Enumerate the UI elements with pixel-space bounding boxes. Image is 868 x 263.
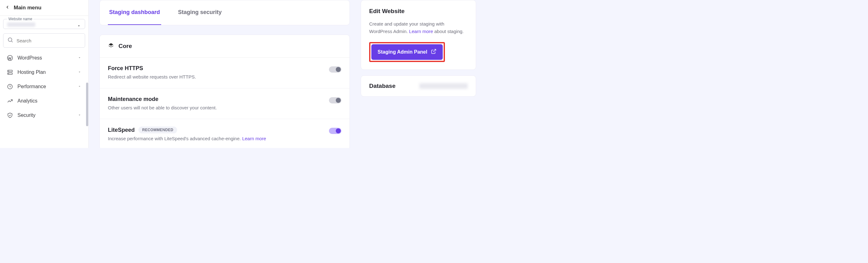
chevron-down-icon <box>78 84 82 90</box>
website-name-value-redacted <box>7 23 35 27</box>
database-title: Database <box>369 83 396 90</box>
database-value-redacted <box>420 83 468 89</box>
core-title: Core <box>119 43 132 50</box>
left-column: Staging dashboard Staging security Core … <box>99 0 350 148</box>
tab-staging-security[interactable]: Staging security <box>177 0 223 25</box>
svg-point-0 <box>8 38 12 41</box>
external-link-icon <box>431 48 436 56</box>
right-column: Edit Website Create and update your stag… <box>361 0 476 148</box>
sidebar-item-label: Performance <box>18 84 46 90</box>
setting-maintenance-mode: Maintenance mode Other users will not be… <box>100 89 349 119</box>
chevron-down-icon <box>78 69 82 75</box>
edit-website-desc: Create and update your staging with Word… <box>369 20 468 35</box>
toggle-litespeed[interactable] <box>329 128 341 134</box>
edit-website-card: Edit Website Create and update your stag… <box>361 0 476 70</box>
sidebar-item-analytics[interactable]: Analytics <box>0 94 88 108</box>
chevron-down-icon <box>77 24 81 29</box>
setting-title: Force HTTPS <box>108 65 196 72</box>
staging-admin-panel-button[interactable]: Staging Admin Panel <box>371 44 443 60</box>
setting-desc: Increase performance with LiteSpeed's ad… <box>108 135 266 142</box>
layers-icon <box>108 42 114 50</box>
setting-force-https: Force HTTPS Redirect all website request… <box>100 58 349 89</box>
sidebar-item-label: Security <box>18 112 35 118</box>
main-content: Staging dashboard Staging security Core … <box>89 0 487 148</box>
chevron-down-icon <box>78 55 82 61</box>
main-menu-label[interactable]: Main menu <box>14 5 41 11</box>
setting-title: LiteSpeed RECOMMENDED <box>108 127 266 133</box>
svg-point-5 <box>8 71 9 71</box>
shield-icon <box>7 112 13 119</box>
website-field-label: Website name <box>7 17 33 21</box>
servers-icon <box>7 69 13 75</box>
chart-icon <box>7 98 13 104</box>
back-icon[interactable] <box>5 5 10 11</box>
core-header: Core <box>100 35 349 58</box>
sidebar-item-hosting-plan[interactable]: Hosting Plan <box>0 65 88 79</box>
search-input-wrap[interactable] <box>3 33 85 48</box>
setting-desc: Other users will not be able to discover… <box>108 104 217 111</box>
svg-point-6 <box>8 73 9 74</box>
sidebar: Main menu Website name WordPress Hosting… <box>0 0 89 148</box>
sidebar-item-label: Hosting Plan <box>18 69 46 75</box>
tab-staging-dashboard[interactable]: Staging dashboard <box>108 0 161 25</box>
scrollbar[interactable] <box>86 83 88 126</box>
chevron-down-icon <box>78 112 82 118</box>
sidebar-item-label: WordPress <box>18 55 42 61</box>
tabs-card: Staging dashboard Staging security <box>99 0 350 25</box>
learn-more-link[interactable]: Learn more <box>242 136 266 141</box>
toggle-force-https[interactable] <box>329 66 341 73</box>
sidebar-item-label: Analytics <box>18 98 37 104</box>
core-card: Core Force HTTPS Redirect all website re… <box>99 35 350 148</box>
edit-website-title: Edit Website <box>369 8 468 14</box>
search-icon <box>7 37 13 44</box>
svg-line-8 <box>433 49 436 52</box>
sidebar-header: Main menu <box>0 0 88 16</box>
sidebar-item-performance[interactable]: Performance <box>0 79 88 94</box>
sidebar-item-wordpress[interactable]: WordPress <box>0 51 88 65</box>
search-input[interactable] <box>17 38 81 43</box>
website-name-dropdown[interactable]: Website name <box>3 19 85 29</box>
database-card: Database <box>361 75 476 97</box>
setting-litespeed: LiteSpeed RECOMMENDED Increase performan… <box>100 119 349 148</box>
learn-more-link[interactable]: Learn more <box>409 29 433 34</box>
recommended-badge: RECOMMENDED <box>138 127 177 133</box>
wordpress-icon <box>7 55 13 61</box>
highlight-box: Staging Admin Panel <box>369 42 445 62</box>
setting-desc: Redirect all website requests over HTTPS… <box>108 73 196 81</box>
svg-line-1 <box>11 41 13 42</box>
nav-list: WordPress Hosting Plan Performance Analy… <box>0 51 88 123</box>
toggle-maintenance-mode[interactable] <box>329 97 341 103</box>
setting-title: Maintenance mode <box>108 96 217 102</box>
clock-icon <box>7 84 13 90</box>
sidebar-item-security[interactable]: Security <box>0 108 88 123</box>
